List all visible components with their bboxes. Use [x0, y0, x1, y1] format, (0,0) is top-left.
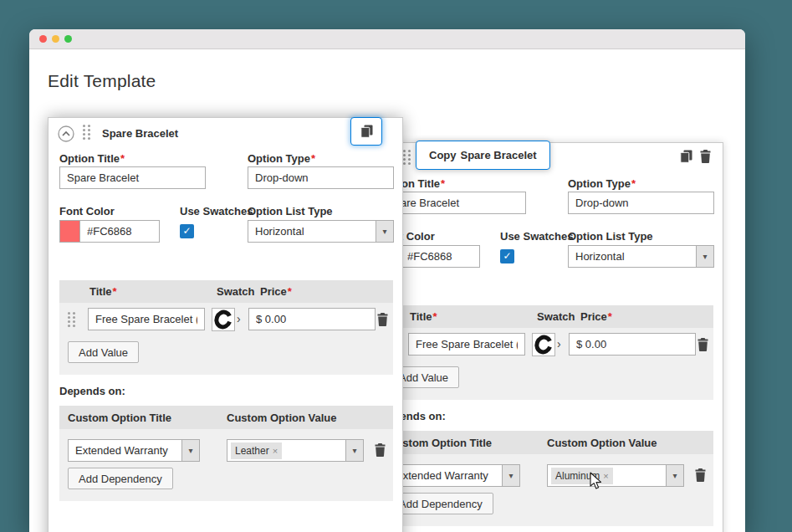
custom-option-title-header: Custom Option Title [388, 437, 492, 449]
chevron-down-icon: ▾ [696, 246, 713, 267]
selected-tag: Aluminum× [551, 468, 613, 484]
copy-icon [360, 125, 373, 138]
trash-icon [377, 313, 388, 326]
window-close-button[interactable] [39, 35, 47, 43]
trash-icon [697, 338, 708, 351]
values-table-header: Title* Swatch Price* [59, 280, 393, 303]
delete-value-button[interactable] [377, 313, 388, 326]
use-swatches-label: Use Swatches [500, 230, 573, 243]
option-card-title: Spare Bracelet [102, 127, 178, 140]
value-price-input[interactable] [569, 333, 696, 356]
custom-option-value-multiselect[interactable]: Leather× ▾ [227, 439, 364, 462]
use-swatches-checkbox[interactable]: ✓ [500, 249, 514, 263]
tag-remove-icon[interactable]: × [273, 446, 278, 456]
add-dependency-button[interactable]: Add Dependency [388, 493, 493, 514]
add-value-button[interactable]: Add Value [68, 341, 139, 363]
dependencies-table-header: Custom Option Title Custom Option Value [380, 431, 713, 454]
copy-drag-indicator[interactable]: Copy Spare Bracelet [416, 141, 550, 170]
value-swatch-thumbnail[interactable] [212, 308, 235, 331]
option-title-label: Option Title* [59, 152, 125, 165]
chevron-down-icon: ▾ [502, 465, 519, 486]
required-asterisk: * [631, 177, 636, 190]
depends-on-label: Depends on: [59, 385, 125, 397]
font-color-field [59, 220, 160, 243]
font-color-label: Font Color [59, 205, 115, 217]
custom-option-title-select[interactable]: Extended Warranty ▾ [388, 464, 520, 487]
chevron-down-icon: ▾ [666, 465, 683, 486]
window-zoom-button[interactable] [64, 35, 72, 43]
price-column-header: Price* [580, 310, 612, 323]
required-asterisk: * [608, 310, 612, 323]
color-swatch[interactable] [59, 220, 79, 243]
trash-icon [700, 150, 711, 163]
required-asterisk: * [113, 285, 117, 298]
copy-option-button[interactable] [350, 117, 382, 146]
value-swatch-thumbnail[interactable] [532, 333, 555, 356]
option-list-type-select[interactable]: Horizontal ▾ [568, 245, 714, 268]
custom-option-value-header: Custom Option Value [227, 412, 336, 424]
chevron-down-icon: ▾ [181, 440, 199, 461]
delete-option-button[interactable] [700, 150, 711, 163]
option-card: Spare Bracelet Option Title* Option Type… [48, 117, 403, 532]
values-section: Title* Swatch Price* › Add Value [380, 305, 713, 400]
dependencies-section: Custom Option Title Custom Option Value … [59, 406, 393, 501]
copy-option-button[interactable] [680, 150, 692, 163]
value-price-input[interactable] [248, 308, 376, 330]
custom-option-value-multiselect[interactable]: Aluminum× ▾ [547, 464, 684, 487]
copy-action-label: Copy [429, 149, 457, 161]
tag-remove-icon[interactable]: × [603, 471, 608, 481]
custom-option-title-select[interactable]: Extended Warranty ▾ [68, 439, 200, 462]
bracelet-swatch-icon [533, 334, 554, 356]
option-list-type-label: Option List Type [568, 230, 653, 243]
option-type-label: Option Type* [248, 152, 315, 165]
value-title-input[interactable] [408, 333, 525, 356]
copy-icon [680, 150, 692, 163]
window-minimize-button[interactable] [52, 35, 59, 43]
use-swatches-label: Use Swatches [180, 205, 253, 217]
required-asterisk: * [288, 285, 292, 298]
title-column-header: Title* [410, 310, 437, 323]
select-value: Horizontal [255, 225, 304, 238]
tag-label: Aluminum [555, 470, 600, 482]
select-value: Extended Warranty [396, 469, 488, 482]
selected-tag: Leather× [231, 442, 282, 459]
option-type-input[interactable] [568, 192, 714, 214]
copy-target-label: Spare Bracelet [461, 149, 537, 161]
swatch-expand-icon[interactable]: › [237, 312, 241, 325]
option-type-input[interactable] [248, 166, 394, 189]
dependencies-section: Custom Option Title Custom Option Value … [380, 431, 713, 526]
select-value: Extended Warranty [75, 444, 168, 457]
delete-dependency-button[interactable] [375, 443, 386, 457]
delete-dependency-button[interactable] [695, 468, 706, 482]
page-title: Edit Template [48, 71, 156, 91]
custom-option-value-header: Custom Option Value [547, 437, 657, 449]
dependencies-table-header: Custom Option Title Custom Option Value [59, 406, 393, 429]
drag-handle-icon[interactable] [403, 150, 411, 166]
values-section: Title* Swatch Price* › Add Value [59, 280, 393, 375]
add-dependency-button[interactable]: Add Dependency [68, 468, 173, 489]
required-asterisk: * [120, 152, 125, 165]
font-color-input[interactable] [400, 245, 480, 268]
bracelet-swatch-icon [212, 309, 234, 330]
select-value: Horizontal [575, 250, 625, 263]
value-title-input[interactable] [88, 308, 205, 330]
collapse-icon[interactable] [58, 125, 74, 142]
swatch-expand-icon[interactable]: › [557, 337, 561, 350]
drag-handle-icon[interactable] [83, 125, 90, 141]
required-asterisk: * [441, 177, 445, 190]
trash-icon [375, 443, 386, 457]
chevron-down-icon: ▾ [376, 221, 393, 242]
option-type-label: Option Type* [568, 177, 636, 190]
tag-label: Leather [235, 445, 269, 457]
option-list-type-select[interactable]: Horizontal ▾ [248, 220, 394, 243]
option-card-copy: Spare Bracelet Option Title* Option Type… [368, 142, 723, 532]
price-column-header: Price* [260, 285, 292, 298]
font-color-input[interactable] [79, 220, 160, 243]
values-table-header: Title* Swatch Price* [380, 305, 713, 328]
option-title-input[interactable] [59, 166, 206, 189]
row-drag-handle-icon[interactable] [68, 312, 75, 328]
delete-value-button[interactable] [697, 338, 708, 351]
trash-icon [695, 468, 706, 482]
swatch-column-header: Swatch [537, 310, 575, 323]
use-swatches-checkbox[interactable]: ✓ [180, 224, 194, 238]
